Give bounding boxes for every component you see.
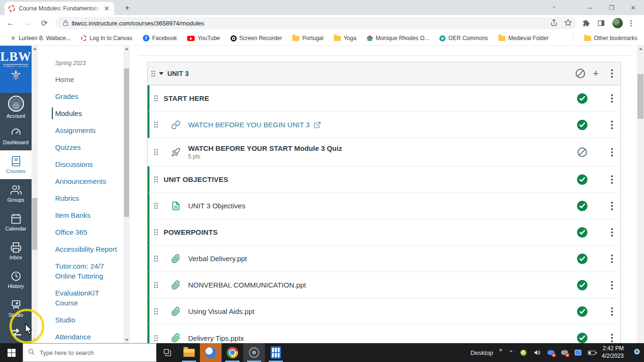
drag-handle-icon[interactable]: [154, 282, 158, 288]
restore-button[interactable]: ❐: [601, 4, 622, 11]
course-nav-tutor[interactable]: Tutor.com: 24/7 Online Tutoring: [55, 261, 122, 281]
course-nav-scrollbar[interactable]: [124, 46, 130, 343]
calculator-button[interactable]: [265, 343, 287, 362]
item-link[interactable]: Delivery Tips.pptx: [188, 334, 244, 342]
battery-icon[interactable]: [588, 349, 595, 356]
task-view-button[interactable]: [157, 343, 178, 362]
drag-handle-icon[interactable]: [154, 176, 158, 182]
cloud-offline-icon[interactable]: ✕: [561, 349, 568, 356]
published-icon[interactable]: [577, 174, 587, 185]
nav-history[interactable]: History: [0, 265, 32, 294]
lbw-logo[interactable]: LBW COMMUNITY COLLEGE ⚜: [0, 46, 32, 93]
published-icon[interactable]: [577, 227, 587, 238]
network-status-icon[interactable]: [520, 349, 527, 356]
course-nav-home[interactable]: Home: [55, 74, 122, 84]
drag-handle-icon[interactable]: [151, 71, 155, 77]
item-link[interactable]: WATCH BEFORE YOU BEGIN UNIT 3: [188, 121, 310, 129]
bookmark-item[interactable]: fFacebook: [143, 35, 177, 41]
published-icon[interactable]: [577, 254, 587, 264]
course-nav-accessibility-report[interactable]: Accessibility Report: [55, 244, 122, 254]
item-menu-button[interactable]: [609, 93, 615, 104]
add-item-button[interactable]: +: [593, 68, 599, 79]
forward-button[interactable]: →: [21, 18, 34, 28]
back-button[interactable]: ←: [4, 18, 17, 28]
item-link[interactable]: Verbal Delivery.ppt: [188, 255, 247, 263]
module-item-subheader[interactable]: POWERPOINTS: [148, 219, 620, 246]
course-nav-attendance[interactable]: Attendance: [55, 332, 122, 342]
bookmark-item[interactable]: YouTube: [187, 35, 220, 41]
module-item-subheader[interactable]: UNIT OBJECTIVES: [148, 166, 620, 193]
item-menu-button[interactable]: [609, 280, 615, 290]
drag-handle-icon[interactable]: [154, 122, 158, 128]
course-nav-studio[interactable]: Studio: [55, 315, 122, 325]
module-menu-button[interactable]: [609, 68, 615, 79]
file-explorer-button[interactable]: [178, 343, 200, 362]
bookmark-item[interactable]: Monique Rhodes O...: [367, 35, 429, 41]
bookmark-star-icon[interactable]: [564, 19, 572, 28]
browser-menu-icon[interactable]: [630, 20, 632, 26]
nav-groups[interactable]: Groups: [0, 179, 32, 208]
active-app-button[interactable]: [200, 343, 222, 362]
course-nav-rubrics[interactable]: Rubrics: [55, 193, 122, 203]
course-nav-evaluationkit[interactable]: EvaluationKIT Course: [55, 288, 122, 308]
unpublished-icon[interactable]: [578, 148, 587, 157]
published-icon[interactable]: [577, 333, 587, 343]
published-icon[interactable]: [577, 201, 587, 211]
item-menu-button[interactable]: [609, 254, 615, 264]
course-nav-assignments[interactable]: Assignments: [55, 125, 122, 135]
course-nav-item-banks[interactable]: Item Banks: [55, 210, 122, 220]
toolbar-expand-icon[interactable]: »: [499, 346, 503, 353]
course-nav-announcements[interactable]: Announcements: [55, 176, 122, 186]
unpublish-icon[interactable]: [576, 69, 585, 78]
nav-studio[interactable]: Studio: [0, 294, 32, 323]
item-menu-button[interactable]: [609, 147, 615, 157]
share-icon[interactable]: [550, 19, 558, 28]
left-scrollbar[interactable]: [32, 46, 38, 343]
nav-calendar[interactable]: Calendar: [0, 208, 32, 237]
item-menu-button[interactable]: [609, 227, 615, 238]
published-icon[interactable]: [577, 120, 587, 130]
bookmark-item[interactable]: ⚜Lurleen B. Wallace...: [10, 35, 71, 41]
nav-inbox[interactable]: Inbox: [0, 237, 32, 265]
course-nav-grades[interactable]: Grades: [55, 91, 122, 101]
snip-tool-icon[interactable]: [574, 349, 582, 356]
minimize-button[interactable]: ─: [579, 4, 601, 11]
item-menu-button[interactable]: [609, 333, 615, 343]
drag-handle-icon[interactable]: [154, 149, 158, 155]
module-item-subheader[interactable]: START HERE: [148, 85, 620, 112]
window-chevron-icon[interactable]: ⌄: [552, 3, 556, 9]
collapse-caret-icon[interactable]: [159, 72, 164, 75]
screen-recorder-button[interactable]: [243, 343, 265, 362]
chrome-button[interactable]: [222, 343, 243, 362]
nav-courses[interactable]: Courses: [0, 150, 32, 179]
item-link[interactable]: WATCH BEFORE YOUR START Module 3 Quiz: [188, 144, 342, 152]
volume-icon[interactable]: [533, 349, 541, 356]
extensions-icon[interactable]: [582, 19, 590, 27]
side-panel-icon[interactable]: [597, 19, 605, 27]
item-menu-button[interactable]: [609, 120, 615, 130]
course-nav-office-365[interactable]: Office 365: [55, 227, 122, 237]
bookmark-item[interactable]: Portugal: [292, 35, 323, 41]
profile-avatar[interactable]: [612, 18, 623, 28]
module-item-page[interactable]: UNIT 3 Objectives: [148, 193, 620, 219]
bookmark-item[interactable]: Log In to Canvas: [81, 35, 132, 41]
tab-close-icon[interactable]: ✕: [103, 5, 110, 12]
bookmark-item[interactable]: Medieval Folder: [498, 35, 548, 41]
module-item-file[interactable]: Delivery Tips.pptx: [148, 325, 620, 343]
item-link[interactable]: NONVERBAL COMMUNICATION.ppt: [188, 281, 306, 289]
drag-handle-icon[interactable]: [154, 203, 158, 209]
drag-handle-icon[interactable]: [154, 229, 158, 235]
bookmark-item[interactable]: Screen Recorder: [231, 35, 282, 41]
desktop-toolbar-label[interactable]: Desktop: [471, 349, 493, 356]
item-menu-button[interactable]: [609, 306, 615, 317]
nav-account[interactable]: Account: [0, 93, 32, 122]
drag-handle-icon[interactable]: [154, 255, 158, 262]
close-button[interactable]: ✕: [622, 4, 644, 11]
course-nav-discussions[interactable]: Discussions: [55, 159, 122, 169]
browser-tab[interactable]: Course Modules: Fundamentals o ✕: [5, 2, 114, 15]
published-icon[interactable]: [577, 306, 587, 317]
scrollbar-thumb[interactable]: [32, 198, 37, 250]
page-scrollbar[interactable]: [637, 46, 644, 343]
item-link[interactable]: Using Visual Aids.ppt: [188, 307, 255, 315]
drag-handle-icon[interactable]: [154, 335, 158, 341]
